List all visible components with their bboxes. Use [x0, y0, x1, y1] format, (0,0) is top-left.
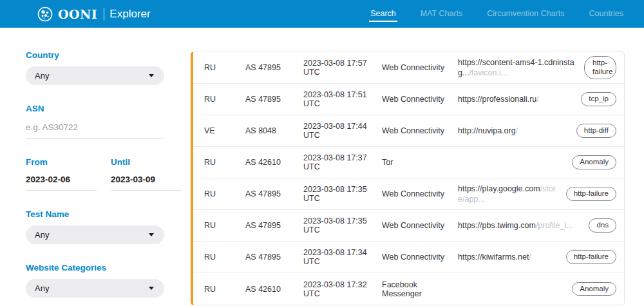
from-label: From — [26, 157, 97, 167]
test-name-value: Web Connectivity — [382, 63, 458, 72]
until-date-input[interactable] — [111, 172, 182, 191]
until-filter: Until — [111, 157, 182, 191]
measurement-url: https://play.google.com/store/app... — [458, 184, 566, 205]
measurement-date: 2023-03-08 17:32 UTC — [303, 280, 382, 298]
chevron-down-icon — [149, 74, 154, 77]
country-label: Country — [26, 50, 184, 60]
asn-value: AS 47895 — [245, 221, 303, 230]
chevron-down-icon — [149, 287, 154, 290]
until-label: Until — [111, 157, 182, 167]
country-code: RU — [204, 95, 222, 104]
country-select[interactable]: Any — [26, 66, 164, 85]
measurement-date: 2023-03-08 17:51 UTC — [303, 90, 382, 108]
main-nav: SearchMAT ChartsCircumvention ChartsCoun… — [369, 6, 625, 22]
asn-value: AS 8048 — [245, 126, 303, 135]
status-badge: http-diff — [576, 124, 616, 138]
measurement-row[interactable]: RU AS 42610 2023-03-08 17:32 UTC Faceboo… — [193, 273, 624, 305]
status-badge: Anomaly — [572, 155, 616, 169]
asn-filter: ASN — [26, 104, 184, 139]
measurement-date: 2023-03-08 17:35 UTC — [303, 185, 382, 203]
status-badge-cell: http-diff — [576, 124, 616, 138]
test-name-label: Test Name — [26, 209, 184, 219]
brand-logo[interactable]: OONI Explorer — [37, 6, 151, 22]
country-code: RU — [204, 285, 222, 294]
status-badge-cell: Anomaly — [572, 282, 616, 296]
measurement-row[interactable]: RU AS 47895 2023-03-08 17:57 UTC Web Con… — [193, 52, 624, 84]
measurement-url: https://professionali.ru/ — [458, 94, 581, 104]
test-name-select-value: Any — [35, 230, 49, 240]
status-badge-cell: Anomaly — [572, 155, 616, 169]
ooni-logo-icon — [37, 6, 53, 22]
measurement-url: http://nuvipa.org/ — [458, 126, 576, 136]
measurement-row[interactable]: RU AS 47895 2023-03-08 17:35 UTC Web Con… — [193, 178, 624, 210]
country-code: RU — [204, 158, 222, 167]
asn-value: AS 42610 — [245, 285, 303, 294]
asn-label: ASN — [26, 104, 184, 113]
nav-item-mat-charts[interactable]: MAT Charts — [419, 6, 464, 22]
measurement-date: 2023-03-08 17:35 UTC — [303, 216, 382, 234]
country-code: RU — [204, 221, 222, 230]
status-badge-cell: dns — [589, 218, 616, 233]
country-code: VE — [204, 126, 222, 135]
from-filter: From — [26, 157, 97, 191]
country-code: RU — [204, 253, 222, 262]
status-badge: http-failure — [584, 56, 616, 79]
nav-item-circumvention-charts[interactable]: Circumvention Charts — [486, 6, 565, 22]
status-badge: http-failure — [566, 187, 616, 201]
asn-value: AS 42610 — [245, 158, 303, 167]
country-select-value: Any — [35, 71, 49, 81]
date-range-filter: From Until — [26, 157, 184, 191]
test-name-filter: Test Name Any — [26, 209, 184, 244]
measurement-url: https://scontent-ams4-1.cdninstag.../fav… — [458, 57, 584, 79]
asn-value: AS 47895 — [245, 95, 303, 104]
status-badge: Anomaly — [572, 282, 616, 296]
website-categories-filter: Website Categories Any — [26, 263, 184, 298]
website-categories-select[interactable]: Any — [26, 279, 164, 298]
brand-name: OONI — [58, 7, 97, 21]
status-badge: dns — [589, 218, 616, 233]
brand-product: Explorer — [109, 8, 150, 21]
nav-item-search[interactable]: Search — [369, 6, 397, 22]
measurement-date: 2023-03-08 17:57 UTC — [303, 59, 382, 77]
country-code: RU — [204, 189, 222, 198]
from-date-input[interactable] — [26, 172, 97, 191]
asn-input[interactable] — [26, 120, 164, 139]
status-badge: tcp_ip — [581, 92, 616, 106]
status-badge-cell: http-failure — [584, 56, 616, 79]
status-badge: http-failure — [566, 250, 616, 264]
test-name-value: Web Connectivity — [382, 221, 458, 230]
measurement-date: 2023-03-08 17:34 UTC — [303, 248, 382, 266]
results-list: RU AS 47895 2023-03-08 17:57 UTC Web Con… — [191, 52, 625, 305]
country-filter: Country Any — [26, 50, 184, 85]
nav-item-countries[interactable]: Countries — [588, 6, 625, 22]
asn-value: AS 47895 — [245, 253, 303, 262]
measurement-url: https://pbs.twimg.com/profile_i... — [458, 220, 589, 231]
measurement-row[interactable]: VE AS 8048 2023-03-08 17:44 UTC Web Conn… — [193, 115, 624, 147]
test-name-value: Web Connectivity — [382, 126, 458, 135]
test-name-value: Facebook Messenger — [382, 280, 458, 298]
measurement-row[interactable]: RU AS 47895 2023-03-08 17:51 UTC Web Con… — [193, 84, 624, 115]
measurement-row[interactable]: RU AS 47895 2023-03-08 17:34 UTC Web Con… — [193, 242, 624, 273]
test-name-value: Web Connectivity — [382, 95, 458, 104]
measurement-date: 2023-03-08 17:44 UTC — [303, 122, 382, 140]
chevron-down-icon — [149, 233, 154, 236]
status-badge-cell: tcp_ip — [581, 92, 616, 106]
filter-sidebar: Country Any ASN From Until Test Name Any — [26, 28, 184, 306]
brand-divider — [104, 8, 104, 21]
website-categories-select-value: Any — [35, 283, 49, 293]
asn-value: AS 47895 — [245, 63, 303, 72]
measurement-row[interactable]: RU AS 47895 2023-03-08 17:35 UTC Web Con… — [193, 210, 624, 242]
measurement-row[interactable]: RU AS 42610 2023-03-08 17:37 UTC Tor Ano… — [193, 147, 624, 178]
test-name-value: Tor — [382, 158, 458, 167]
website-categories-label: Website Categories — [26, 263, 184, 273]
measurement-url: https://kiwifarms.net/ — [458, 252, 566, 262]
test-name-select[interactable]: Any — [26, 225, 164, 244]
status-badge-cell: http-failure — [566, 250, 616, 264]
app-header: OONI Explorer SearchMAT ChartsCircumvent… — [0, 0, 644, 28]
status-badge-cell: http-failure — [566, 187, 616, 201]
country-code: RU — [204, 63, 222, 72]
asn-value: AS 47895 — [245, 189, 303, 198]
main-content: Country Any ASN From Until Test Name Any — [0, 28, 644, 306]
measurement-date: 2023-03-08 17:37 UTC — [303, 153, 382, 171]
test-name-value: Web Connectivity — [382, 189, 458, 198]
